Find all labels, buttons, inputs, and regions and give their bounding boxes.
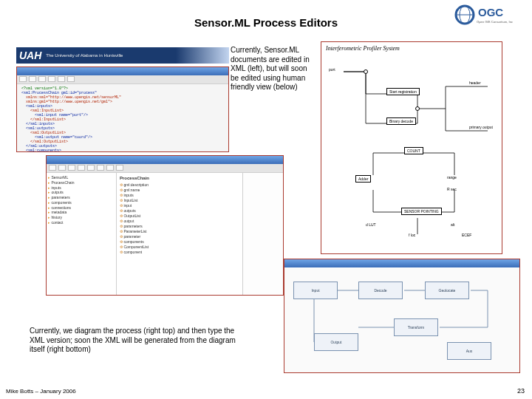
xml-editor-screenshot: <?xml version="1.0"?> <sml:ProcessChain … <box>16 66 229 152</box>
process-diagram-screenshot: Interferometric Profiler System port Sta… <box>321 41 502 254</box>
friendly-editor-screenshot: SensorMLProcessChaininputs outputsparame… <box>46 155 284 296</box>
uah-band: UAH The University of Alabama in Huntsvi… <box>16 47 229 64</box>
window-titlebar <box>284 259 519 267</box>
footer-author: Mike Botts – January 2006 <box>6 388 76 395</box>
callout-bottom: Currently, we diagram the process (right… <box>30 327 244 355</box>
window-titlebar <box>47 156 283 164</box>
node-canvas: Input Decode Geolocate Transform Output … <box>284 268 519 372</box>
page-number: 23 <box>517 387 525 395</box>
callout-top: Currently, Sensor.ML documents are edite… <box>231 46 316 92</box>
node-editor-screenshot: Input Decode Geolocate Transform Output … <box>284 259 520 373</box>
slide-title: Sensor.ML Process Editors <box>0 16 532 29</box>
window-toolbar <box>47 164 283 173</box>
window-titlebar <box>17 67 228 75</box>
xml-code-body: <?xml version="1.0"?> <sml:ProcessChain … <box>17 84 228 152</box>
tree-pane: SensorMLProcessChaininputs outputsparame… <box>47 173 117 295</box>
window-toolbar <box>17 75 228 84</box>
uah-tagline: The University of Alabama in Huntsville <box>46 53 123 58</box>
right-pane <box>242 173 283 295</box>
main-pane: ProcessChain gml:descriptiongml:name inp… <box>117 173 242 295</box>
uah-label: UAH <box>19 50 41 61</box>
